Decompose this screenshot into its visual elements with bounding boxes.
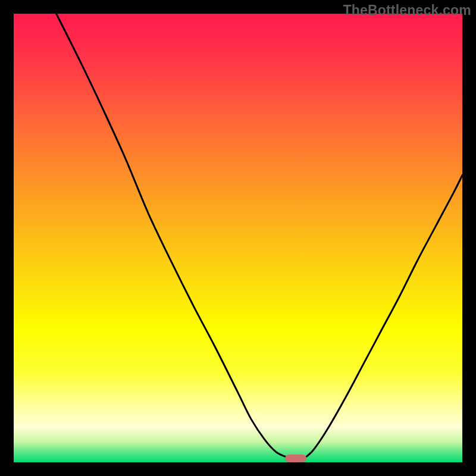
optimal-marker bbox=[285, 455, 306, 462]
bottleneck-curve bbox=[14, 14, 462, 462]
plot-area bbox=[14, 14, 462, 462]
curve-left-branch bbox=[57, 14, 286, 456]
chart-frame: TheBottleneck.com bbox=[0, 0, 476, 476]
watermark-text: TheBottleneck.com bbox=[343, 2, 471, 18]
curve-right-branch bbox=[306, 175, 462, 456]
